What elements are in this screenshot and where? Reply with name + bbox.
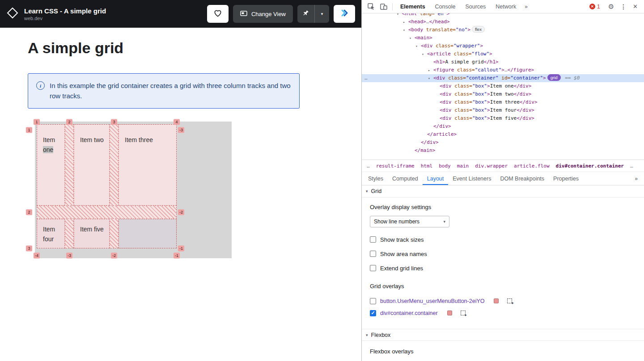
select-caret-icon: ▾: [443, 219, 445, 224]
overlay-display-select[interactable]: Show line numbers ▾: [370, 216, 449, 227]
grid-item-three: Item three: [119, 124, 177, 206]
subtab-properties[interactable]: Properties: [549, 172, 583, 185]
overlay-checkbox[interactable]: [370, 298, 376, 304]
overlay-checkbox[interactable]: [370, 310, 376, 316]
setting-row: Extend grid lines: [370, 263, 636, 273]
grid-section-header[interactable]: ▾ Grid: [362, 185, 644, 197]
code-token: "wrapper": [453, 43, 480, 49]
grid-overlay-row: div#container.container: [370, 307, 636, 319]
tree-line[interactable]: <h1>A simple grid</h1>: [362, 58, 644, 66]
settings-gear-icon[interactable]: ⚙: [606, 3, 617, 11]
code-token: <body: [408, 27, 426, 33]
overlay-color-swatch[interactable]: [447, 311, 452, 315]
select-element-icon[interactable]: [461, 311, 466, 315]
close-devtools-icon[interactable]: ✕: [630, 3, 640, 10]
code-token: <article: [427, 51, 454, 57]
tab-sources[interactable]: Sources: [460, 0, 491, 13]
more-tabs-icon[interactable]: »: [522, 4, 530, 10]
error-badge[interactable]: ✕ 1: [589, 4, 600, 10]
tree-line[interactable]: ▾<body translate="no">flex: [362, 26, 644, 34]
tree-line[interactable]: <div class="box">Item one</div>: [362, 82, 644, 90]
collapse-arrow-icon[interactable]: ▾: [428, 75, 433, 83]
pin-button[interactable]: [297, 5, 314, 23]
tree-line[interactable]: ▸<head>…</head>: [362, 18, 644, 26]
expand-arrow-icon[interactable]: ▸: [428, 67, 433, 75]
tree-line[interactable]: ▸<figure class="callout">…</figure>: [362, 66, 644, 74]
subtab-event-listeners[interactable]: Event Listeners: [448, 172, 496, 185]
tab-console[interactable]: Console: [430, 0, 461, 13]
tree-line[interactable]: </div>: [362, 122, 644, 130]
overlay-color-swatch[interactable]: [494, 298, 499, 303]
subtab-styles[interactable]: Styles: [364, 172, 388, 185]
checkbox[interactable]: [370, 251, 376, 257]
code-token: …: [504, 67, 508, 73]
breadcrumb-item[interactable]: div#container.container: [553, 163, 627, 169]
change-view-button[interactable]: Change View: [233, 5, 293, 23]
code-token: <div: [440, 99, 454, 105]
tree-line[interactable]: ▾<article class="flow">: [362, 50, 644, 58]
subtab-layout[interactable]: Layout: [423, 172, 449, 185]
code-token: <div: [421, 43, 436, 49]
tree-line[interactable]: <div class="box">Item five</div>: [362, 114, 644, 122]
breadcrumb-item[interactable]: main: [454, 163, 472, 169]
grid-column-gap-hatch: [110, 124, 119, 248]
subtab-dom-breakpoints[interactable]: DOM Breakpoints: [496, 172, 549, 185]
kebab-menu-icon[interactable]: ⋮: [618, 3, 629, 10]
collapse-arrow-icon[interactable]: ▾: [422, 50, 427, 59]
grid-line-number: 3: [26, 246, 32, 252]
tree-line[interactable]: …▾<div class="container" id="container">…: [362, 74, 644, 82]
code-token: class=: [436, 43, 453, 49]
tree-line[interactable]: ▾<main>: [362, 34, 644, 42]
pin-split-button: ▾: [297, 5, 329, 23]
inspect-element-icon[interactable]: [365, 1, 377, 12]
breadcrumb-item[interactable]: result-iframe: [373, 163, 418, 169]
tree-line[interactable]: ▾<div class="wrapper">: [362, 42, 644, 50]
breadcrumb-item[interactable]: …: [627, 163, 636, 169]
device-toolbar-icon[interactable]: [378, 1, 390, 12]
tree-line[interactable]: ▾<html lang="en">: [362, 13, 644, 18]
tree-line[interactable]: </div>: [362, 139, 644, 147]
flex-badge[interactable]: flex: [472, 26, 485, 33]
layout-pane: ▾ Grid Overlay display settings Show lin…: [362, 185, 644, 361]
more-actions-ellipsis[interactable]: …: [364, 74, 368, 82]
breadcrumb-item[interactable]: html: [418, 163, 436, 169]
grid-line-number: 2: [66, 119, 72, 125]
breadcrumb-item[interactable]: body: [436, 163, 454, 169]
tree-line[interactable]: <div class="box">Item two</div>: [362, 90, 644, 98]
change-view-icon: [240, 10, 247, 18]
grid-overlay-row: button.UserMenu_userMenuButton-2eiYO: [370, 295, 636, 307]
checkbox[interactable]: [370, 265, 376, 271]
subtabs-wrap: StylesComputedLayoutEvent ListenersDOM B…: [364, 172, 583, 185]
tree-line[interactable]: </article>: [362, 130, 644, 139]
subtab-computed[interactable]: Computed: [388, 172, 423, 185]
setting-row: Show track sizes: [370, 235, 636, 244]
code-token: "box": [472, 83, 487, 89]
collapse-arrow-icon[interactable]: ▾: [409, 34, 415, 42]
collapse-arrow-icon[interactable]: ▾: [415, 42, 421, 50]
code-token: class=: [454, 107, 472, 113]
breadcrumb-item[interactable]: …: [364, 163, 373, 169]
pin-dropdown-button[interactable]: ▾: [314, 5, 329, 23]
collapse-arrow-icon[interactable]: ▾: [403, 26, 408, 34]
grid-badge[interactable]: grid: [547, 74, 561, 81]
checkbox[interactable]: [370, 236, 376, 243]
select-element-icon[interactable]: [507, 298, 512, 303]
breadcrumb-item[interactable]: div.wrapper: [472, 163, 511, 169]
favorite-button[interactable]: [207, 5, 229, 23]
tree-line[interactable]: <div class="box">Item three</div>: [362, 98, 644, 106]
tab-elements[interactable]: Elements: [395, 0, 430, 13]
webdev-logo-icon[interactable]: [6, 7, 19, 21]
breadcrumb-item[interactable]: article.flow: [511, 163, 552, 169]
tree-line[interactable]: </main>: [362, 147, 644, 155]
tab-network[interactable]: Network: [491, 0, 521, 13]
code-token: == $0: [562, 75, 580, 81]
info-icon: i: [36, 81, 45, 90]
tree-line[interactable]: <div class="box">Item four</div>: [362, 106, 644, 114]
overlay-element-link[interactable]: div#container.container: [380, 310, 438, 316]
open-in-app-button[interactable]: [334, 5, 355, 23]
expand-arrow-icon[interactable]: ▸: [403, 18, 408, 26]
flexbox-section-header[interactable]: ▾ Flexbox: [362, 329, 644, 341]
overlay-element-link[interactable]: button.UserMenu_userMenuButton-2eiYO: [380, 298, 484, 304]
grid-line-number: -3: [178, 127, 184, 133]
more-subtabs-icon[interactable]: »: [630, 176, 642, 182]
